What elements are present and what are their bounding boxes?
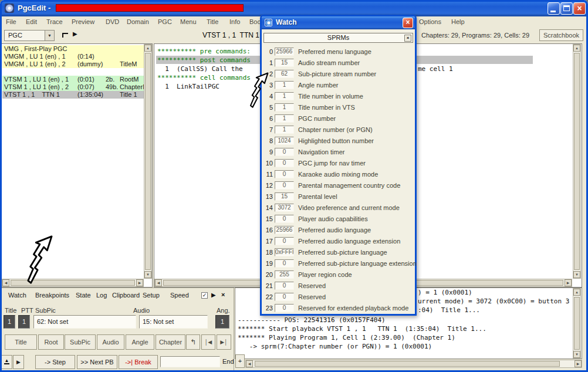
step-button[interactable]: -> Step xyxy=(35,355,75,369)
root-menu-button[interactable]: Root xyxy=(38,334,64,350)
commands-scrollbar-vertical[interactable] xyxy=(573,44,581,279)
scroll-left-icon[interactable] xyxy=(246,360,253,367)
trace-scrollbar-horizontal[interactable] xyxy=(245,360,582,368)
scroll-thumb[interactable] xyxy=(574,297,580,350)
scratchbook-button[interactable]: Scratchbook xyxy=(539,29,583,41)
tab-speed[interactable]: Speed xyxy=(170,292,189,299)
sprms-close-icon[interactable]: × xyxy=(404,35,411,42)
sprm-value-field[interactable]: 25966 xyxy=(275,48,294,56)
sprm-value-field[interactable]: 15 xyxy=(275,192,294,201)
menu-item-title[interactable]: Title xyxy=(207,18,218,25)
speed-plus-button[interactable]: + xyxy=(235,354,245,368)
tab-setup[interactable]: Setup xyxy=(143,292,160,299)
trace-close-icon[interactable]: × xyxy=(221,291,225,298)
close-button[interactable]: × xyxy=(573,2,586,15)
current-pgc-display[interactable]: VTST 1 , 1 TTN 1 ( xyxy=(202,31,263,39)
menu-item-pgc[interactable]: PGC xyxy=(158,18,172,25)
tab-clipboard[interactable]: Clipboard xyxy=(112,292,140,299)
trace-scrollbar-vertical[interactable] xyxy=(573,288,581,359)
menu-item-edit[interactable]: Edit xyxy=(26,18,37,25)
scroll-down-icon[interactable] xyxy=(144,271,151,278)
pgc-list-row[interactable]: VMGM , LU 1 (en) , 1(0:14) xyxy=(2,53,144,60)
sprm-value-field[interactable]: 0 xyxy=(275,259,294,268)
sprm-value-field[interactable]: 0 xyxy=(275,159,294,167)
chapter-button[interactable]: Chapter xyxy=(156,334,185,350)
scroll-right-icon[interactable] xyxy=(565,279,572,286)
trace-checkbox[interactable]: ✓ xyxy=(201,292,208,299)
play-button[interactable]: ▶ xyxy=(13,355,24,369)
scroll-thumb[interactable] xyxy=(145,53,151,270)
scroll-right-icon[interactable] xyxy=(575,360,582,367)
menu-item-options[interactable]: Options xyxy=(419,18,441,25)
next-pb-button[interactable]: >> Next PB xyxy=(77,355,117,369)
scroll-left-icon[interactable] xyxy=(2,279,9,286)
scroll-left-icon[interactable] xyxy=(155,279,162,286)
pgc-list-scrollbar-vertical[interactable] xyxy=(144,44,152,279)
command-line-selected[interactable]: ********** post commands xyxy=(157,56,251,64)
sprm-value-field[interactable]: 0 xyxy=(275,181,294,190)
sprm-value-field[interactable]: 0 xyxy=(275,170,294,178)
tab-state[interactable]: State xyxy=(76,292,91,299)
command-line[interactable]: 1 LinkTailPGC xyxy=(157,83,219,90)
pgc-list-row[interactable]: VTSM 1 , LU 1 (en) , 1(0:01)2b.RootM xyxy=(2,76,144,83)
watch-close-button[interactable]: × xyxy=(403,18,413,28)
tab-watch[interactable]: Watch xyxy=(8,292,26,299)
minimize-button[interactable] xyxy=(548,2,560,15)
scroll-right-icon[interactable] xyxy=(136,279,143,286)
scroll-up-icon[interactable] xyxy=(144,45,151,52)
break-button[interactable]: ->| Break xyxy=(119,355,158,369)
play-trace-button[interactable]: ▶ xyxy=(73,31,77,37)
pgc-list-row[interactable]: VMG , First-Play PGC xyxy=(2,45,144,53)
menu-item-info[interactable]: Info xyxy=(229,18,240,25)
sprm-value-field[interactable]: 0 xyxy=(275,304,294,312)
trace-play-icon[interactable]: ▶ xyxy=(211,292,216,298)
sprm-value-field[interactable]: 3072 xyxy=(275,204,294,212)
menu-item-dvd[interactable]: DVD xyxy=(106,18,119,25)
subpic-button[interactable]: SubPic xyxy=(65,334,96,350)
sprm-value-field[interactable]: 1 xyxy=(275,114,294,123)
scroll-down-icon[interactable] xyxy=(573,271,580,278)
sprm-value-field[interactable]: 0xFFFF xyxy=(275,248,294,256)
angle-button[interactable]: Angle xyxy=(126,334,154,350)
scroll-down-icon[interactable] xyxy=(573,351,580,358)
command-line-tail[interactable]: me cell 1 xyxy=(418,65,453,73)
sprm-value-field[interactable]: 15 xyxy=(275,59,294,67)
scroll-thumb[interactable] xyxy=(255,361,560,367)
goto-first-button[interactable] xyxy=(60,31,70,40)
sprm-value-field[interactable]: 1 xyxy=(275,126,294,134)
watch-titlebar[interactable]: Watch × xyxy=(262,16,415,29)
sprm-value-field[interactable]: 255 xyxy=(275,270,294,279)
sprm-value-field[interactable]: 0 xyxy=(275,148,294,156)
menu-item-help[interactable]: Help xyxy=(451,18,465,25)
command-line[interactable]: ********** pre commands: xyxy=(157,48,251,55)
tab-log[interactable]: Log xyxy=(96,292,107,299)
menu-item-file[interactable]: File xyxy=(6,18,16,25)
sprm-value-field[interactable]: 1 xyxy=(275,103,294,111)
audio-value-field[interactable]: 15: Not set xyxy=(139,315,208,329)
prev-chapter-icon[interactable]: │◀ xyxy=(201,334,215,350)
pgc-domain-select[interactable]: PGC ▼ xyxy=(4,30,55,41)
pgc-list-row[interactable] xyxy=(2,68,144,76)
sprm-value-field[interactable]: 62 xyxy=(275,70,294,78)
pgc-list-row-selected[interactable]: VTST 1 , 1 TTN 1(1:35:04)Title 1 xyxy=(2,91,144,99)
menu-item-trace[interactable]: Trace xyxy=(46,18,63,25)
pgc-list-row[interactable]: VMGM , LU 1 (en) , 2(dummy)TitleM xyxy=(2,60,144,68)
menu-item-menu[interactable]: Menu xyxy=(180,18,197,25)
sprm-value-field[interactable]: 0 xyxy=(275,282,294,290)
scroll-up-icon[interactable] xyxy=(573,289,580,296)
next-chapter-icon[interactable]: ▶│ xyxy=(217,334,231,350)
scroll-thumb[interactable] xyxy=(574,53,580,270)
tab-breakpoints[interactable]: Breakpoints xyxy=(35,292,69,299)
chevron-down-icon[interactable]: ▼ xyxy=(45,31,54,40)
maximize-button[interactable] xyxy=(560,2,573,15)
command-line[interactable]: 1 (CallSS) Call the xyxy=(157,65,243,73)
sprm-value-field[interactable]: 0 xyxy=(275,237,294,245)
sprm-value-field[interactable]: 0 xyxy=(275,293,294,301)
scroll-up-icon[interactable] xyxy=(573,45,580,52)
audio-button[interactable]: Audio xyxy=(97,334,124,350)
stop-button[interactable] xyxy=(1,355,12,369)
sprm-value-field[interactable]: 1 xyxy=(275,92,294,100)
subpic-value-field[interactable]: 62: Not set xyxy=(33,315,136,329)
title-menu-button[interactable]: Title xyxy=(5,334,37,350)
command-line[interactable]: ********** cell commands xyxy=(157,74,251,82)
